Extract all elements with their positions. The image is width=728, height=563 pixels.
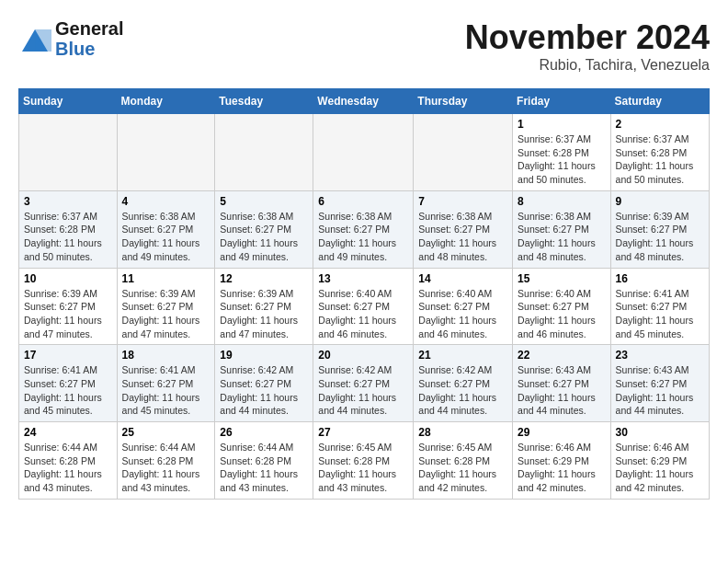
day-info: Sunrise: 6:39 AM Sunset: 6:27 PM Dayligh… bbox=[122, 287, 210, 341]
calendar-cell: 24Sunrise: 6:44 AM Sunset: 6:28 PM Dayli… bbox=[19, 422, 118, 500]
calendar-cell bbox=[313, 114, 414, 191]
calendar-week-row: 24Sunrise: 6:44 AM Sunset: 6:28 PM Dayli… bbox=[19, 422, 710, 500]
logo-line1: General bbox=[55, 18, 123, 39]
calendar-cell: 1Sunrise: 6:37 AM Sunset: 6:28 PM Daylig… bbox=[513, 114, 611, 191]
calendar-cell bbox=[414, 114, 513, 191]
day-number: 21 bbox=[418, 349, 507, 362]
day-number: 13 bbox=[318, 272, 408, 285]
calendar-cell: 19Sunrise: 6:42 AM Sunset: 6:27 PM Dayli… bbox=[215, 345, 313, 422]
calendar-cell: 27Sunrise: 6:45 AM Sunset: 6:28 PM Dayli… bbox=[313, 422, 414, 500]
day-info: Sunrise: 6:45 AM Sunset: 6:28 PM Dayligh… bbox=[418, 441, 507, 495]
calendar-cell: 21Sunrise: 6:42 AM Sunset: 6:27 PM Dayli… bbox=[414, 345, 513, 422]
location-title: Rubio, Tachira, Venezuela bbox=[465, 57, 710, 74]
day-number: 27 bbox=[318, 426, 408, 439]
day-number: 25 bbox=[122, 426, 210, 439]
day-info: Sunrise: 6:42 AM Sunset: 6:27 PM Dayligh… bbox=[220, 363, 308, 418]
day-number: 10 bbox=[24, 272, 112, 285]
title-area: November 2024 Rubio, Tachira, Venezuela bbox=[465, 18, 710, 74]
calendar-cell: 9Sunrise: 6:39 AM Sunset: 6:27 PM Daylig… bbox=[610, 190, 709, 268]
day-number: 28 bbox=[418, 426, 507, 439]
logo-line2: Blue bbox=[55, 39, 123, 59]
day-info: Sunrise: 6:38 AM Sunset: 6:27 PM Dayligh… bbox=[220, 210, 308, 264]
weekday-header: Monday bbox=[117, 89, 215, 114]
weekday-header-row: SundayMondayTuesdayWednesdayThursdayFrid… bbox=[19, 89, 710, 114]
calendar-cell: 13Sunrise: 6:40 AM Sunset: 6:27 PM Dayli… bbox=[313, 268, 414, 345]
day-number: 2 bbox=[616, 118, 704, 131]
calendar-cell: 11Sunrise: 6:39 AM Sunset: 6:27 PM Dayli… bbox=[117, 268, 215, 345]
day-info: Sunrise: 6:43 AM Sunset: 6:27 PM Dayligh… bbox=[518, 363, 606, 418]
weekday-header: Wednesday bbox=[313, 89, 414, 114]
weekday-header: Thursday bbox=[414, 89, 513, 114]
day-number: 6 bbox=[318, 195, 408, 208]
day-info: Sunrise: 6:41 AM Sunset: 6:27 PM Dayligh… bbox=[616, 287, 704, 341]
day-info: Sunrise: 6:38 AM Sunset: 6:27 PM Dayligh… bbox=[318, 210, 408, 264]
day-number: 24 bbox=[24, 426, 112, 439]
day-info: Sunrise: 6:37 AM Sunset: 6:28 PM Dayligh… bbox=[24, 210, 112, 264]
day-info: Sunrise: 6:44 AM Sunset: 6:28 PM Dayligh… bbox=[122, 441, 210, 495]
day-info: Sunrise: 6:41 AM Sunset: 6:27 PM Dayligh… bbox=[122, 363, 210, 418]
day-info: Sunrise: 6:38 AM Sunset: 6:27 PM Dayligh… bbox=[518, 210, 606, 264]
day-number: 22 bbox=[518, 349, 606, 362]
calendar-cell: 25Sunrise: 6:44 AM Sunset: 6:28 PM Dayli… bbox=[117, 422, 215, 500]
day-number: 16 bbox=[616, 272, 704, 285]
calendar-cell: 2Sunrise: 6:37 AM Sunset: 6:28 PM Daylig… bbox=[610, 114, 709, 191]
calendar-cell bbox=[117, 114, 215, 191]
calendar-cell bbox=[19, 114, 118, 191]
calendar-week-row: 10Sunrise: 6:39 AM Sunset: 6:27 PM Dayli… bbox=[19, 268, 710, 345]
day-number: 4 bbox=[122, 195, 210, 208]
calendar-cell: 12Sunrise: 6:39 AM Sunset: 6:27 PM Dayli… bbox=[215, 268, 313, 345]
day-info: Sunrise: 6:38 AM Sunset: 6:27 PM Dayligh… bbox=[418, 210, 507, 264]
day-info: Sunrise: 6:38 AM Sunset: 6:27 PM Dayligh… bbox=[122, 210, 210, 264]
day-info: Sunrise: 6:42 AM Sunset: 6:27 PM Dayligh… bbox=[318, 363, 408, 418]
day-info: Sunrise: 6:40 AM Sunset: 6:27 PM Dayligh… bbox=[318, 287, 408, 341]
day-info: Sunrise: 6:41 AM Sunset: 6:27 PM Dayligh… bbox=[24, 363, 112, 418]
calendar-cell: 22Sunrise: 6:43 AM Sunset: 6:27 PM Dayli… bbox=[513, 345, 611, 422]
day-info: Sunrise: 6:40 AM Sunset: 6:27 PM Dayligh… bbox=[418, 287, 507, 341]
day-number: 5 bbox=[220, 195, 308, 208]
day-number: 1 bbox=[518, 118, 606, 131]
day-number: 11 bbox=[122, 272, 210, 285]
weekday-header: Saturday bbox=[610, 89, 709, 114]
day-number: 12 bbox=[220, 272, 308, 285]
day-info: Sunrise: 6:39 AM Sunset: 6:27 PM Dayligh… bbox=[616, 210, 704, 264]
calendar-cell: 10Sunrise: 6:39 AM Sunset: 6:27 PM Dayli… bbox=[19, 268, 118, 345]
calendar-table: SundayMondayTuesdayWednesdayThursdayFrid… bbox=[18, 88, 710, 500]
logo-icon bbox=[18, 26, 51, 52]
day-info: Sunrise: 6:43 AM Sunset: 6:27 PM Dayligh… bbox=[616, 363, 704, 418]
day-info: Sunrise: 6:37 AM Sunset: 6:28 PM Dayligh… bbox=[518, 132, 606, 187]
day-number: 9 bbox=[616, 195, 704, 208]
calendar-cell: 30Sunrise: 6:46 AM Sunset: 6:29 PM Dayli… bbox=[610, 422, 709, 500]
calendar-cell: 20Sunrise: 6:42 AM Sunset: 6:27 PM Dayli… bbox=[313, 345, 414, 422]
calendar-cell: 26Sunrise: 6:44 AM Sunset: 6:28 PM Dayli… bbox=[215, 422, 313, 500]
calendar-cell: 5Sunrise: 6:38 AM Sunset: 6:27 PM Daylig… bbox=[215, 190, 313, 268]
day-number: 14 bbox=[418, 272, 507, 285]
calendar-cell: 14Sunrise: 6:40 AM Sunset: 6:27 PM Dayli… bbox=[414, 268, 513, 345]
calendar-cell: 6Sunrise: 6:38 AM Sunset: 6:27 PM Daylig… bbox=[313, 190, 414, 268]
calendar-week-row: 1Sunrise: 6:37 AM Sunset: 6:28 PM Daylig… bbox=[19, 114, 710, 191]
day-number: 8 bbox=[518, 195, 606, 208]
day-number: 29 bbox=[518, 426, 606, 439]
calendar-cell: 16Sunrise: 6:41 AM Sunset: 6:27 PM Dayli… bbox=[610, 268, 709, 345]
calendar-cell: 8Sunrise: 6:38 AM Sunset: 6:27 PM Daylig… bbox=[513, 190, 611, 268]
day-number: 3 bbox=[24, 195, 112, 208]
calendar-week-row: 17Sunrise: 6:41 AM Sunset: 6:27 PM Dayli… bbox=[19, 345, 710, 422]
svg-marker-1 bbox=[35, 29, 51, 52]
day-number: 18 bbox=[122, 349, 210, 362]
day-number: 20 bbox=[318, 349, 408, 362]
day-number: 30 bbox=[616, 426, 704, 439]
day-info: Sunrise: 6:44 AM Sunset: 6:28 PM Dayligh… bbox=[24, 441, 112, 495]
calendar-cell: 28Sunrise: 6:45 AM Sunset: 6:28 PM Dayli… bbox=[414, 422, 513, 500]
calendar-cell: 15Sunrise: 6:40 AM Sunset: 6:27 PM Dayli… bbox=[513, 268, 611, 345]
calendar-week-row: 3Sunrise: 6:37 AM Sunset: 6:28 PM Daylig… bbox=[19, 190, 710, 268]
calendar-cell: 17Sunrise: 6:41 AM Sunset: 6:27 PM Dayli… bbox=[19, 345, 118, 422]
day-info: Sunrise: 6:40 AM Sunset: 6:27 PM Dayligh… bbox=[518, 287, 606, 341]
calendar-cell: 7Sunrise: 6:38 AM Sunset: 6:27 PM Daylig… bbox=[414, 190, 513, 268]
day-info: Sunrise: 6:44 AM Sunset: 6:28 PM Dayligh… bbox=[220, 441, 308, 495]
day-info: Sunrise: 6:46 AM Sunset: 6:29 PM Dayligh… bbox=[518, 441, 606, 495]
day-number: 26 bbox=[220, 426, 308, 439]
day-info: Sunrise: 6:39 AM Sunset: 6:27 PM Dayligh… bbox=[220, 287, 308, 341]
calendar-cell: 3Sunrise: 6:37 AM Sunset: 6:28 PM Daylig… bbox=[19, 190, 118, 268]
weekday-header: Sunday bbox=[19, 89, 118, 114]
weekday-header: Tuesday bbox=[215, 89, 313, 114]
day-info: Sunrise: 6:45 AM Sunset: 6:28 PM Dayligh… bbox=[318, 441, 408, 495]
